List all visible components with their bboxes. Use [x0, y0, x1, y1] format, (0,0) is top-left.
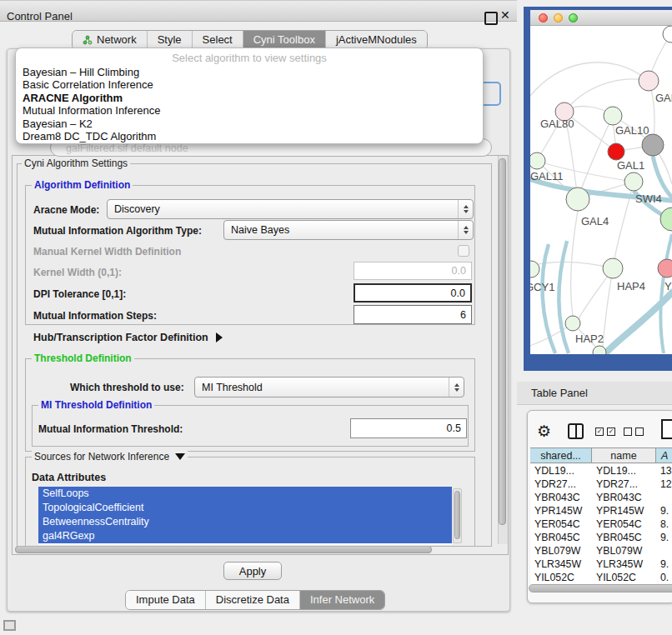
cell: YIL052C [530, 571, 592, 584]
dpi-tolerance-field[interactable]: 0.0 [354, 283, 472, 302]
cell: 13 [656, 464, 672, 478]
dropdown-item[interactable]: Basic Correlation Inference [16, 78, 483, 91]
zoom-window-icon[interactable] [569, 13, 578, 22]
node-swi4[interactable] [624, 172, 643, 191]
attribute-item[interactable]: TopologicalCoefficient [38, 501, 452, 515]
mi-steps-label: Mutual Information Steps: [33, 310, 157, 322]
node-gray[interactable] [642, 134, 664, 156]
export-table-icon[interactable] [661, 419, 672, 439]
manual-kernel-checkbox[interactable] [458, 245, 469, 257]
attribute-item[interactable]: SelfLoops [38, 487, 452, 501]
cell: 0. [656, 571, 672, 584]
float-panel-icon[interactable] [484, 12, 498, 25]
aracne-mode-select[interactable]: Discovery [107, 199, 474, 219]
table-body[interactable]: YDL19...YDL19...13 YDR27...YDR27...12 YB… [530, 464, 672, 584]
mi-steps-field[interactable]: 6 [354, 305, 472, 324]
algorithm-definition-title: Algorithm Definition [32, 179, 133, 191]
dropdown-item[interactable]: Dream8 DC_TDC Algorithm [16, 130, 483, 142]
node-hap4[interactable] [603, 258, 623, 278]
select-all-columns-icon[interactable]: ✓✓ [595, 428, 615, 436]
tab-cyni-toolbox[interactable]: Cyni Toolbox [243, 31, 326, 49]
data-attributes-list[interactable]: SelfLoops TopologicalCoefficient Between… [38, 487, 452, 545]
tab-jactivemnodules[interactable]: jActiveMNodules [326, 31, 427, 49]
tab-network[interactable]: Network [73, 31, 148, 49]
table-row[interactable]: YBR043CYBR043C [530, 491, 672, 504]
tab-discretize-data-label: Discretize Data [216, 591, 289, 609]
list-scrollbar[interactable] [453, 488, 462, 543]
minimize-window-icon[interactable] [554, 13, 563, 22]
tab-impute-data-label: Impute Data [136, 591, 195, 609]
manual-kernel-label: Manual Kernel Width Definition [33, 246, 181, 258]
cyni-algorithm-settings-title: Cyni Algorithm Settings [22, 158, 130, 169]
node-gcy1[interactable] [530, 261, 539, 278]
table-row[interactable]: YPR145WYPR145W9. [530, 504, 672, 518]
attribute-item[interactable]: BetweennessCentrality [38, 515, 452, 529]
table-row[interactable]: YDR27...YDR27...12 [530, 478, 672, 491]
vertical-scrollbar-thumb[interactable] [499, 158, 506, 525]
deselect-all-columns-icon[interactable] [624, 428, 644, 436]
list-scrollbar-thumb[interactable] [454, 491, 460, 539]
table-row[interactable]: YIL052CYIL052C0. [530, 571, 672, 584]
node-label: GAL11 [530, 170, 564, 182]
table-row[interactable]: YBR045CYBR045C9. [530, 531, 672, 544]
table-row[interactable]: YLR345WYLR345W9. [530, 558, 672, 571]
column-header-clipped[interactable]: A [656, 448, 672, 462]
network-nodes[interactable] [530, 26, 672, 354]
tab-impute-data[interactable]: Impute Data [126, 591, 206, 609]
tab-style[interactable]: Style [148, 31, 193, 49]
which-threshold-select[interactable]: MI Threshold [194, 377, 464, 398]
table-settings-gear-icon[interactable]: ⚙ [537, 423, 551, 439]
close-window-icon[interactable] [539, 13, 548, 22]
spinner-arrows-icon [458, 221, 473, 239]
node-unlabeled[interactable] [660, 208, 672, 231]
table-horizontal-scrollbar-thumb[interactable] [529, 584, 672, 592]
dropdown-item[interactable]: Bayesian – K2 [16, 118, 483, 130]
kernel-width-field[interactable]: 0.0 [354, 262, 472, 280]
network-window-titlebar[interactable] [530, 10, 672, 26]
dropdown-item[interactable]: Bayesian – Hill Climbing [16, 66, 483, 78]
node-gal11[interactable] [530, 152, 545, 169]
node-gal10[interactable] [604, 107, 622, 125]
node-label: GAL1 [617, 159, 644, 172]
minimized-panel-icon[interactable] [3, 620, 16, 631]
attribute-item[interactable]: gal4RGexp [38, 529, 452, 543]
spinner-arrows-icon [458, 200, 473, 218]
apply-button[interactable]: Apply [223, 562, 282, 580]
node-hap2[interactable] [565, 316, 580, 331]
collapse-arrow-icon [175, 453, 185, 460]
tab-select[interactable]: Select [193, 31, 243, 49]
mi-threshold-field[interactable]: 0.5 [350, 418, 467, 438]
node-gal[interactable] [639, 71, 659, 91]
node-y[interactable] [658, 259, 672, 278]
table-row[interactable]: YER054CYER054C8. [530, 518, 672, 531]
node-unlabeled[interactable] [663, 26, 672, 42]
node-gal4[interactable] [566, 188, 589, 211]
bottom-tabbar: Impute Data Discretize Data Infer Networ… [125, 590, 385, 610]
cell: 9. [656, 558, 672, 571]
node-gal1[interactable] [608, 143, 624, 160]
column-layout-icon[interactable] [568, 423, 584, 439]
table-row[interactable]: YBL079WYBL079W [530, 544, 672, 558]
dropdown-item-selected[interactable]: ARACNE Algorithm [16, 92, 483, 104]
network-canvas[interactable]: GAL GAL80 GAL10 GAL1 GAL11 SWI4 GAL4 GCY… [530, 26, 672, 354]
cell: YBR045C [592, 531, 656, 544]
table-header-row: shared... name A [530, 448, 672, 463]
control-panel-titlebar [0, 0, 517, 22]
node-unlabeled[interactable] [593, 346, 606, 354]
column-header-shared-name[interactable]: shared... [530, 448, 592, 462]
column-header-name[interactable]: name [592, 448, 656, 462]
node-label: Y [664, 280, 672, 292]
cell: YER054C [592, 518, 656, 531]
network-icon [83, 35, 93, 45]
tab-discretize-data[interactable]: Discretize Data [206, 591, 300, 609]
dropdown-placeholder: Select algorithm to view settings [16, 48, 483, 66]
table-row[interactable]: YDL19...YDL19...13 [530, 464, 672, 478]
horizontal-scrollbar-thumb[interactable] [15, 546, 432, 553]
sources-group-header[interactable]: Sources for Network Inference [32, 451, 188, 462]
cell: 9. [656, 531, 672, 544]
mi-type-select[interactable]: Naive Bayes [223, 220, 474, 240]
tab-infer-network[interactable]: Infer Network [300, 591, 384, 609]
close-panel-icon[interactable]: ✕ [500, 8, 510, 22]
hub-definition-toggle[interactable]: Hub/Transcription Factor Definition [33, 332, 223, 343]
dropdown-item[interactable]: Mutual Information Inference [16, 104, 483, 117]
